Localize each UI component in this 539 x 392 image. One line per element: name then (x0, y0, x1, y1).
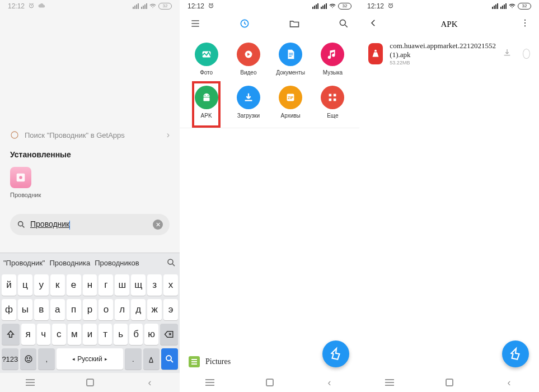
keyboard: "Проводник" Проводника Проводников йцуке… (0, 253, 180, 373)
category-icon (321, 86, 344, 109)
category-музыка[interactable]: Музыка (312, 43, 354, 76)
key-к[interactable]: к (50, 274, 65, 296)
select-radio[interactable] (523, 49, 530, 59)
recent-tab-icon[interactable] (239, 18, 250, 31)
svg-text:ZIP: ZIP (288, 96, 294, 100)
category-apk[interactable]: APK (185, 86, 227, 119)
key-ф[interactable]: ф (2, 299, 16, 320)
keyboard-suggestions[interactable]: "Проводник" Проводника Проводников (0, 253, 180, 272)
key-е[interactable]: е (67, 274, 81, 296)
kb-suggestion[interactable]: Проводника (49, 259, 90, 267)
category-загрузки[interactable]: Загрузки (227, 86, 269, 119)
more-icon[interactable] (520, 18, 530, 30)
nav-back[interactable]: ‹ (324, 376, 336, 389)
category-label: Еще (327, 113, 338, 119)
apk-file-icon (368, 43, 383, 64)
clear-icon[interactable]: ✕ (153, 220, 163, 230)
key-в[interactable]: в (34, 299, 49, 320)
nav-recents[interactable] (383, 376, 396, 389)
category-icon (321, 43, 344, 66)
key-н[interactable]: н (83, 274, 97, 296)
installed-heading: Установленные (0, 146, 180, 159)
folder-tab-icon[interactable] (289, 18, 300, 31)
key-а[interactable]: а (50, 299, 65, 320)
nav-home[interactable] (84, 376, 96, 389)
svg-rect-21 (334, 94, 336, 97)
backspace-key[interactable] (160, 324, 178, 345)
shift-key[interactable] (2, 324, 20, 345)
key-у[interactable]: у (34, 274, 49, 296)
numbers-key[interactable]: ?123 (2, 348, 18, 370)
key-з[interactable]: з (147, 274, 162, 296)
nav-back[interactable]: ‹ (503, 376, 515, 389)
key-д[interactable]: д (131, 299, 146, 320)
apk-item[interactable]: com.huawei.appmarket.2212021552 (1).apk … (359, 36, 539, 71)
key-л[interactable]: л (115, 299, 129, 320)
installed-app[interactable]: Проводник (0, 159, 180, 206)
battery-icon: 32 (518, 3, 531, 10)
category-label: Фото (200, 69, 213, 76)
space-key[interactable]: ◂Русский▸ (57, 348, 123, 370)
key-м[interactable]: м (68, 324, 82, 345)
nav-home[interactable] (264, 376, 276, 389)
wifi-icon (509, 2, 515, 10)
key-х[interactable]: х (163, 274, 178, 296)
kb-suggestion[interactable]: Проводников (95, 259, 139, 267)
category-фото[interactable]: Фото (185, 43, 227, 76)
key-ц[interactable]: ц (18, 274, 32, 296)
signal-icon-2 (321, 3, 327, 9)
category-архивы[interactable]: ZIPАрхивы (270, 86, 312, 119)
navigation-bar: ‹ (359, 373, 539, 392)
emoji-key[interactable] (20, 348, 37, 370)
nav-home[interactable] (443, 376, 456, 389)
key-й[interactable]: й (2, 274, 16, 296)
search-in-getapps-row[interactable]: Поиск "Проводник" в GetApps › (0, 124, 180, 146)
search-key[interactable] (161, 348, 178, 370)
key-ш[interactable]: ш (115, 274, 129, 296)
key-г[interactable]: г (99, 274, 113, 296)
menu-icon[interactable] (190, 18, 201, 31)
key-б[interactable]: б (129, 324, 143, 345)
clean-fab[interactable] (502, 340, 529, 367)
key-ю[interactable]: ю (144, 324, 158, 345)
kb-suggestion[interactable]: "Проводник" (3, 259, 45, 267)
key-ь[interactable]: ь (114, 324, 128, 345)
svg-point-5 (168, 259, 173, 264)
navigation-bar: ‹ (180, 373, 359, 392)
key-с[interactable]: с (52, 324, 66, 345)
search-input[interactable]: Проводник ✕ (10, 214, 170, 235)
key-о[interactable]: о (99, 299, 113, 320)
search-icon[interactable] (338, 18, 349, 31)
nav-back[interactable]: ‹ (144, 376, 156, 389)
category-icon (237, 86, 260, 109)
download-icon[interactable] (503, 48, 512, 59)
key-и[interactable]: и (83, 324, 97, 345)
key-т[interactable]: т (99, 324, 113, 345)
svg-point-27 (524, 25, 526, 26)
key-ч[interactable]: ч (37, 324, 51, 345)
key-п[interactable]: п (67, 299, 81, 320)
page-title: APK (440, 20, 457, 29)
apk-file-name: com.huawei.appmarket.2212021552 (1).apk (390, 41, 496, 59)
nav-recents[interactable] (204, 376, 216, 389)
category-label: Видео (240, 69, 256, 76)
category-видео[interactable]: Видео (227, 43, 269, 76)
category-документы[interactable]: Документы (270, 43, 312, 76)
nav-recents[interactable] (24, 376, 36, 389)
search-icon[interactable] (166, 258, 176, 268)
key-ы[interactable]: ы (18, 299, 32, 320)
period-key[interactable]: . (125, 348, 142, 370)
comma-key[interactable]: , (38, 348, 55, 370)
key-щ[interactable]: щ (131, 274, 146, 296)
category-еще[interactable]: Еще (312, 86, 354, 119)
key-ж[interactable]: ж (147, 299, 162, 320)
status-bar: 12:12 32 (0, 0, 180, 12)
key-я[interactable]: я (21, 324, 35, 345)
search-value: Проводник (30, 220, 148, 229)
back-icon[interactable] (368, 18, 378, 30)
alarm-icon (387, 2, 394, 11)
clean-fab[interactable] (322, 340, 349, 367)
key-э[interactable]: э (163, 299, 178, 320)
voice-key[interactable] (143, 348, 160, 370)
key-р[interactable]: р (83, 299, 97, 320)
